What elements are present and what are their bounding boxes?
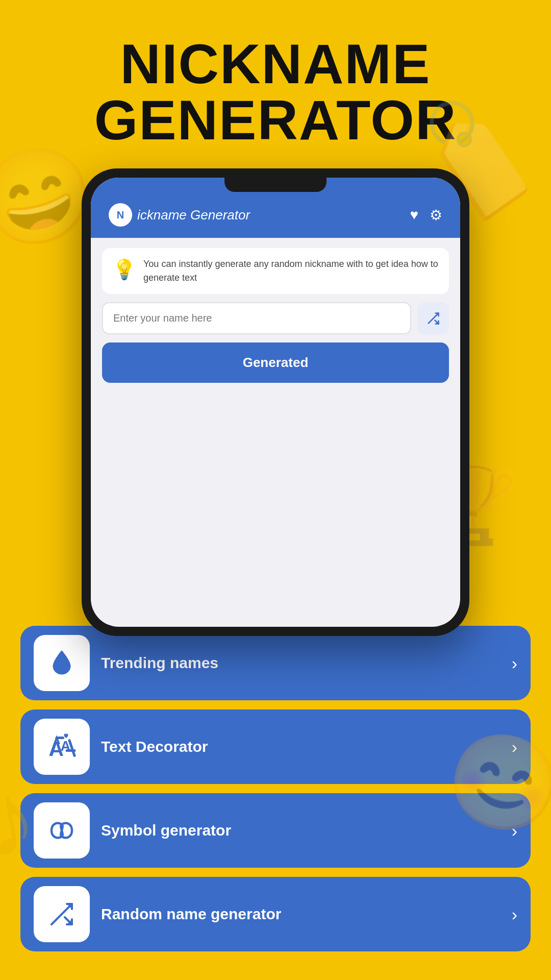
trending-names-chevron: › xyxy=(512,653,517,673)
info-text: You can instantly generate any random ni… xyxy=(143,257,439,285)
random-name-label: Random name generator xyxy=(101,905,500,923)
random-icon xyxy=(46,899,77,929)
trending-names-label: Trending names xyxy=(101,654,500,672)
settings-icon[interactable]: ⚙ xyxy=(430,207,442,224)
app-content: 💡 You can instantly generate any random … xyxy=(91,238,460,396)
droplet-icon xyxy=(46,648,77,678)
text-decorator-icon-box: A A xyxy=(34,719,90,775)
phone-outer: N ickname Generator ♥ ⚙ 💡 You can instan… xyxy=(82,168,469,636)
phone-mockup: N ickname Generator ♥ ⚙ 💡 You can instan… xyxy=(82,168,469,636)
random-name-icon-box xyxy=(34,886,90,942)
input-row xyxy=(102,302,449,334)
heart-icon[interactable]: ♥ xyxy=(410,207,418,223)
bulb-icon: 💡 xyxy=(112,258,136,281)
symbol-generator-label: Symbol generator xyxy=(101,822,500,839)
text-icon: A A xyxy=(46,731,77,762)
phone-screen: N ickname Generator ♥ ⚙ 💡 You can instan… xyxy=(91,178,460,627)
info-box: 💡 You can instantly generate any random … xyxy=(102,248,449,294)
logo-circle: N xyxy=(109,203,132,227)
phone-notch xyxy=(224,178,327,192)
header-icons: ♥ ⚙ xyxy=(410,207,442,224)
random-name-card[interactable]: Random name generator › xyxy=(20,877,531,951)
shuffle-button[interactable] xyxy=(417,303,449,334)
infinity-icon xyxy=(46,815,77,846)
symbol-generator-icon-box xyxy=(34,802,90,859)
app-name: ickname Generator xyxy=(137,207,250,223)
trending-names-card[interactable]: Trending names › xyxy=(20,626,531,700)
text-decorator-label: Text Decorator xyxy=(101,738,500,755)
logo-letter: N xyxy=(117,209,124,221)
name-input[interactable] xyxy=(102,302,411,334)
trending-names-icon-box xyxy=(34,635,90,691)
generate-button[interactable]: Generated xyxy=(102,342,449,383)
random-name-chevron: › xyxy=(512,904,517,924)
app-logo: N ickname Generator xyxy=(109,203,250,227)
